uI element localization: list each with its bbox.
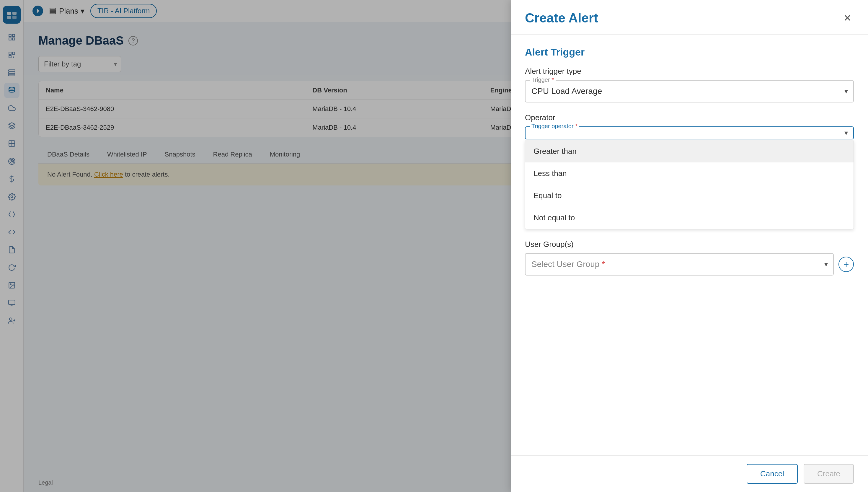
cancel-button[interactable]: Cancel	[747, 464, 798, 484]
user-group-field-wrapper: Select User Group * ▾	[525, 253, 834, 275]
trigger-type-label: Alert trigger type	[525, 67, 854, 76]
create-button[interactable]: Create	[803, 464, 854, 484]
operator-dropdown-list: Greater than Less than Equal to Not equa…	[525, 140, 854, 229]
modal-body: Alert Trigger Alert trigger type Trigger…	[511, 34, 868, 456]
operator-option-less-than[interactable]: Less than	[525, 163, 853, 184]
section-title: Alert Trigger	[525, 46, 854, 58]
operator-option-equal-to[interactable]: Equal to	[525, 184, 853, 207]
close-button[interactable]: ✕	[841, 11, 854, 25]
user-groups-group: User Group(s) Select User Group * ▾ +	[525, 240, 854, 275]
user-group-select[interactable]: Select User Group *	[526, 254, 833, 275]
operator-field-wrapper: Trigger operator * ▾	[525, 126, 854, 140]
operator-option-greater-than[interactable]: Greater than	[525, 140, 853, 163]
modal-header: Create Alert ✕	[511, 0, 868, 34]
trigger-select[interactable]: CPU Load Average	[526, 81, 853, 102]
trigger-type-group: Alert trigger type Trigger * CPU Load Av…	[525, 67, 854, 102]
modal-title: Create Alert	[525, 10, 598, 25]
user-groups-label: User Group(s)	[525, 240, 854, 249]
operator-select[interactable]	[526, 127, 853, 139]
add-user-group-button[interactable]: +	[839, 256, 854, 272]
modal-footer: Cancel Create	[511, 456, 868, 492]
operator-option-not-equal-to[interactable]: Not equal to	[525, 207, 853, 229]
create-alert-modal: Create Alert ✕ Alert Trigger Alert trigg…	[511, 0, 868, 492]
operator-group: Operator Trigger operator * ▾ Greater th…	[525, 113, 854, 229]
operator-label: Operator	[525, 113, 854, 122]
trigger-field-wrapper: Trigger * CPU Load Average ▾	[525, 80, 854, 102]
user-group-row: Select User Group * ▾ +	[525, 253, 854, 275]
